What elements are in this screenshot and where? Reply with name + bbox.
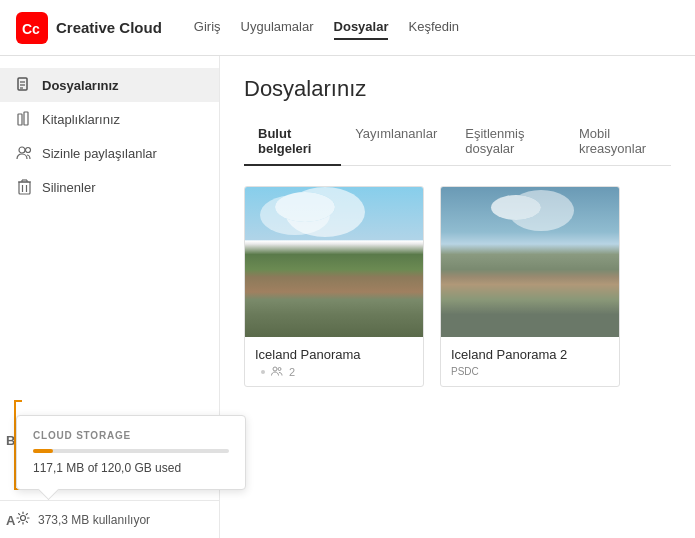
- svg-point-8: [19, 147, 25, 153]
- gear-icon: [16, 511, 30, 528]
- file-meta-iceland1: 2: [255, 366, 413, 378]
- file-thumbnail-iceland1: [245, 187, 423, 337]
- sidebar-label-kitapliklariniz: Kitaplıklarınız: [42, 112, 120, 127]
- file-name-iceland1: Iceland Panorama: [255, 347, 413, 362]
- file-name-iceland2: Iceland Panorama 2: [451, 347, 609, 362]
- file-type-iceland2: PSDC: [451, 366, 479, 377]
- file-icon: [16, 77, 32, 93]
- tab-bulut[interactable]: Bulut belgeleri: [244, 118, 341, 166]
- library-icon: [16, 111, 32, 127]
- label-b: B: [6, 433, 15, 448]
- tab-esitlenmis[interactable]: Eşitlenmiş dosyalar: [451, 118, 565, 166]
- sidebar-item-dosyalariniz[interactable]: Dosyalarınız: [0, 68, 219, 102]
- label-a: A: [6, 513, 15, 528]
- storage-label: CLOUD STORAGE: [33, 430, 229, 441]
- sidebar-item-kitapliklariniz[interactable]: Kitaplıklarınız: [0, 102, 219, 136]
- file-collaborators-count: 2: [289, 366, 295, 378]
- nav-uygulamalar[interactable]: Uygulamalar: [241, 15, 314, 40]
- content-tabs: Bulut belgeleri Yayımlananlar Eşitlenmiş…: [244, 118, 671, 166]
- storage-used-text: 117,1 MB of 120,0 GB used: [33, 461, 229, 475]
- file-meta-iceland2: PSDC: [451, 366, 609, 377]
- sidebar-label-paylaslanlar: Sizinle paylaşılanlar: [42, 146, 157, 161]
- content-area: Dosyalarınız Bulut belgeleri Yayımlananl…: [220, 56, 695, 538]
- app-logo: Cc Creative Cloud: [16, 12, 162, 44]
- sidebar-item-paylaslanlar[interactable]: Sizinle paylaşılanlar: [0, 136, 219, 170]
- storage-bar-fill: [33, 449, 53, 453]
- svg-point-19: [278, 368, 281, 371]
- file-thumbnail-iceland2: [441, 187, 619, 337]
- meta-dot-iceland1: [261, 370, 265, 374]
- cc-logo-icon: Cc: [16, 12, 48, 44]
- sidebar-label-silinenler: Silinenler: [42, 180, 95, 195]
- shared-icon: [16, 145, 32, 161]
- app-brand-label: Creative Cloud: [56, 19, 162, 36]
- trash-icon: [16, 179, 32, 195]
- file-card-iceland1[interactable]: Iceland Panorama 2: [244, 186, 424, 387]
- svg-point-18: [273, 367, 277, 371]
- nav-giris[interactable]: Giriş: [194, 15, 221, 40]
- sidebar-bottom: 373,3 MB kullanılıyor: [0, 500, 219, 538]
- svg-text:Cc: Cc: [22, 21, 40, 37]
- tab-mobil[interactable]: Mobil kreasyonlar: [565, 118, 671, 166]
- sidebar-item-silinenler[interactable]: Silinenler: [0, 170, 219, 204]
- tab-yayimlananlar[interactable]: Yayımlananlar: [341, 118, 451, 166]
- content-header: Dosyalarınız Bulut belgeleri Yayımlananl…: [220, 56, 695, 166]
- svg-point-17: [21, 516, 26, 521]
- top-nav: Cc Creative Cloud Giriş Uygulamalar Dosy…: [0, 0, 695, 56]
- nav-dosyalar[interactable]: Dosyalar: [334, 15, 389, 40]
- svg-point-9: [26, 148, 31, 153]
- file-info-iceland1: Iceland Panorama 2: [245, 337, 423, 386]
- nav-kesfedin[interactable]: Keşfedin: [408, 15, 459, 40]
- main-layout: Dosyalarınız Kitaplıklarınız Sizinle: [0, 56, 695, 538]
- sidebar-label-dosyalariniz: Dosyalarınız: [42, 78, 119, 93]
- file-info-iceland2: Iceland Panorama 2 PSDC: [441, 337, 619, 385]
- file-grid: Iceland Panorama 2: [220, 166, 695, 407]
- storage-footer-label: 373,3 MB kullanılıyor: [38, 513, 150, 527]
- sidebar: Dosyalarınız Kitaplıklarınız Sizinle: [0, 56, 220, 538]
- storage-bar-background: [33, 449, 229, 453]
- svg-rect-10: [19, 182, 30, 194]
- svg-rect-7: [24, 112, 28, 125]
- svg-rect-6: [18, 114, 22, 125]
- page-title: Dosyalarınız: [244, 76, 671, 102]
- file-card-iceland2[interactable]: Iceland Panorama 2 PSDC: [440, 186, 620, 387]
- storage-footer[interactable]: 373,3 MB kullanılıyor: [16, 511, 203, 528]
- collaborators-icon: [271, 366, 283, 378]
- storage-popup: CLOUD STORAGE 117,1 MB of 120,0 GB used: [16, 415, 246, 490]
- nav-links: Giriş Uygulamalar Dosyalar Keşfedin: [194, 15, 459, 40]
